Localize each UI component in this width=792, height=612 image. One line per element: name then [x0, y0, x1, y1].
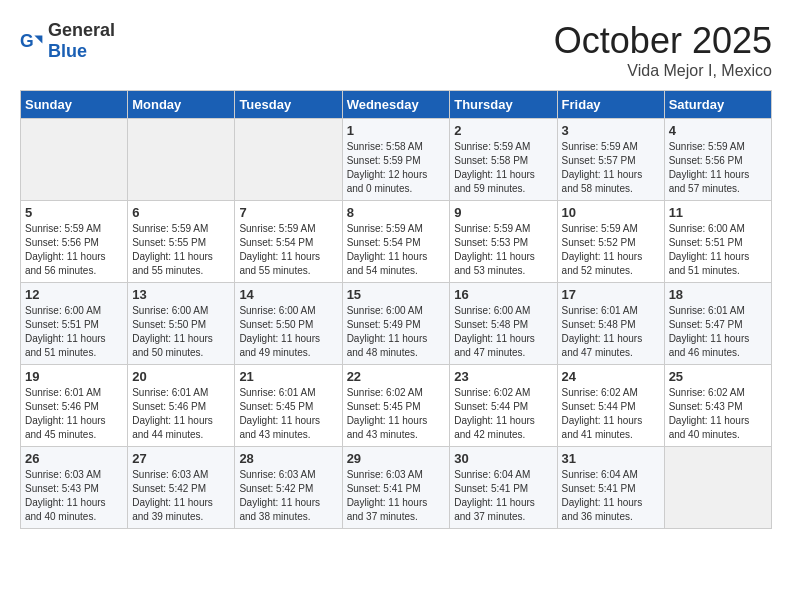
day-number: 19 [25, 369, 123, 384]
day-cell: 29Sunrise: 6:03 AMSunset: 5:41 PMDayligh… [342, 447, 450, 529]
week-row-1: 1Sunrise: 5:58 AMSunset: 5:59 PMDaylight… [21, 119, 772, 201]
day-number: 25 [669, 369, 767, 384]
day-cell: 15Sunrise: 6:00 AMSunset: 5:49 PMDayligh… [342, 283, 450, 365]
day-header-friday: Friday [557, 91, 664, 119]
day-cell: 11Sunrise: 6:00 AMSunset: 5:51 PMDayligh… [664, 201, 771, 283]
day-number: 23 [454, 369, 552, 384]
day-info: Sunrise: 6:01 AMSunset: 5:48 PMDaylight:… [562, 304, 660, 360]
day-info: Sunrise: 5:59 AMSunset: 5:57 PMDaylight:… [562, 140, 660, 196]
day-info: Sunrise: 6:03 AMSunset: 5:41 PMDaylight:… [347, 468, 446, 524]
day-cell: 8Sunrise: 5:59 AMSunset: 5:54 PMDaylight… [342, 201, 450, 283]
day-number: 24 [562, 369, 660, 384]
day-number: 17 [562, 287, 660, 302]
day-number: 9 [454, 205, 552, 220]
day-header-monday: Monday [128, 91, 235, 119]
day-cell: 30Sunrise: 6:04 AMSunset: 5:41 PMDayligh… [450, 447, 557, 529]
day-cell: 3Sunrise: 5:59 AMSunset: 5:57 PMDaylight… [557, 119, 664, 201]
day-cell: 31Sunrise: 6:04 AMSunset: 5:41 PMDayligh… [557, 447, 664, 529]
day-cell: 10Sunrise: 5:59 AMSunset: 5:52 PMDayligh… [557, 201, 664, 283]
day-number: 4 [669, 123, 767, 138]
month-title: October 2025 [554, 20, 772, 62]
day-number: 5 [25, 205, 123, 220]
day-cell: 20Sunrise: 6:01 AMSunset: 5:46 PMDayligh… [128, 365, 235, 447]
day-number: 18 [669, 287, 767, 302]
day-info: Sunrise: 6:03 AMSunset: 5:42 PMDaylight:… [239, 468, 337, 524]
day-number: 2 [454, 123, 552, 138]
day-info: Sunrise: 6:02 AMSunset: 5:44 PMDaylight:… [454, 386, 552, 442]
day-number: 16 [454, 287, 552, 302]
day-number: 20 [132, 369, 230, 384]
day-cell: 2Sunrise: 5:59 AMSunset: 5:58 PMDaylight… [450, 119, 557, 201]
day-cell: 23Sunrise: 6:02 AMSunset: 5:44 PMDayligh… [450, 365, 557, 447]
day-info: Sunrise: 5:58 AMSunset: 5:59 PMDaylight:… [347, 140, 446, 196]
day-cell [235, 119, 342, 201]
day-cell: 24Sunrise: 6:02 AMSunset: 5:44 PMDayligh… [557, 365, 664, 447]
day-number: 7 [239, 205, 337, 220]
day-cell: 12Sunrise: 6:00 AMSunset: 5:51 PMDayligh… [21, 283, 128, 365]
day-number: 29 [347, 451, 446, 466]
day-cell: 14Sunrise: 6:00 AMSunset: 5:50 PMDayligh… [235, 283, 342, 365]
day-number: 28 [239, 451, 337, 466]
day-cell [664, 447, 771, 529]
day-cell: 7Sunrise: 5:59 AMSunset: 5:54 PMDaylight… [235, 201, 342, 283]
day-cell: 16Sunrise: 6:00 AMSunset: 5:48 PMDayligh… [450, 283, 557, 365]
day-cell: 21Sunrise: 6:01 AMSunset: 5:45 PMDayligh… [235, 365, 342, 447]
page-header: G General Blue October 2025 Vida Mejor I… [20, 20, 772, 80]
calendar-table: SundayMondayTuesdayWednesdayThursdayFrid… [20, 90, 772, 529]
day-number: 14 [239, 287, 337, 302]
day-info: Sunrise: 6:00 AMSunset: 5:50 PMDaylight:… [132, 304, 230, 360]
day-number: 8 [347, 205, 446, 220]
week-row-4: 19Sunrise: 6:01 AMSunset: 5:46 PMDayligh… [21, 365, 772, 447]
day-info: Sunrise: 6:00 AMSunset: 5:49 PMDaylight:… [347, 304, 446, 360]
day-info: Sunrise: 6:02 AMSunset: 5:45 PMDaylight:… [347, 386, 446, 442]
day-number: 3 [562, 123, 660, 138]
day-cell: 5Sunrise: 5:59 AMSunset: 5:56 PMDaylight… [21, 201, 128, 283]
day-info: Sunrise: 6:01 AMSunset: 5:46 PMDaylight:… [132, 386, 230, 442]
day-number: 30 [454, 451, 552, 466]
day-cell: 26Sunrise: 6:03 AMSunset: 5:43 PMDayligh… [21, 447, 128, 529]
week-row-2: 5Sunrise: 5:59 AMSunset: 5:56 PMDaylight… [21, 201, 772, 283]
day-info: Sunrise: 6:00 AMSunset: 5:48 PMDaylight:… [454, 304, 552, 360]
day-cell [21, 119, 128, 201]
day-header-thursday: Thursday [450, 91, 557, 119]
day-header-wednesday: Wednesday [342, 91, 450, 119]
day-cell: 17Sunrise: 6:01 AMSunset: 5:48 PMDayligh… [557, 283, 664, 365]
day-info: Sunrise: 6:02 AMSunset: 5:44 PMDaylight:… [562, 386, 660, 442]
day-cell: 27Sunrise: 6:03 AMSunset: 5:42 PMDayligh… [128, 447, 235, 529]
day-number: 21 [239, 369, 337, 384]
day-info: Sunrise: 6:00 AMSunset: 5:50 PMDaylight:… [239, 304, 337, 360]
day-cell: 19Sunrise: 6:01 AMSunset: 5:46 PMDayligh… [21, 365, 128, 447]
day-number: 13 [132, 287, 230, 302]
day-info: Sunrise: 6:04 AMSunset: 5:41 PMDaylight:… [562, 468, 660, 524]
day-info: Sunrise: 6:03 AMSunset: 5:42 PMDaylight:… [132, 468, 230, 524]
day-number: 11 [669, 205, 767, 220]
day-number: 26 [25, 451, 123, 466]
day-header-sunday: Sunday [21, 91, 128, 119]
svg-text:G: G [20, 31, 34, 51]
day-info: Sunrise: 5:59 AMSunset: 5:54 PMDaylight:… [239, 222, 337, 278]
logo-blue-text: Blue [48, 41, 87, 61]
day-info: Sunrise: 6:01 AMSunset: 5:47 PMDaylight:… [669, 304, 767, 360]
day-info: Sunrise: 5:59 AMSunset: 5:54 PMDaylight:… [347, 222, 446, 278]
day-cell: 25Sunrise: 6:02 AMSunset: 5:43 PMDayligh… [664, 365, 771, 447]
day-number: 15 [347, 287, 446, 302]
day-info: Sunrise: 6:04 AMSunset: 5:41 PMDaylight:… [454, 468, 552, 524]
logo: G General Blue [20, 20, 115, 62]
day-number: 31 [562, 451, 660, 466]
day-info: Sunrise: 5:59 AMSunset: 5:55 PMDaylight:… [132, 222, 230, 278]
day-cell: 1Sunrise: 5:58 AMSunset: 5:59 PMDaylight… [342, 119, 450, 201]
day-info: Sunrise: 5:59 AMSunset: 5:52 PMDaylight:… [562, 222, 660, 278]
day-info: Sunrise: 6:00 AMSunset: 5:51 PMDaylight:… [669, 222, 767, 278]
day-number: 22 [347, 369, 446, 384]
day-info: Sunrise: 6:02 AMSunset: 5:43 PMDaylight:… [669, 386, 767, 442]
svg-marker-1 [34, 35, 42, 43]
day-info: Sunrise: 5:59 AMSunset: 5:56 PMDaylight:… [669, 140, 767, 196]
day-info: Sunrise: 6:01 AMSunset: 5:46 PMDaylight:… [25, 386, 123, 442]
day-info: Sunrise: 6:00 AMSunset: 5:51 PMDaylight:… [25, 304, 123, 360]
calendar-body: 1Sunrise: 5:58 AMSunset: 5:59 PMDaylight… [21, 119, 772, 529]
week-row-5: 26Sunrise: 6:03 AMSunset: 5:43 PMDayligh… [21, 447, 772, 529]
day-info: Sunrise: 5:59 AMSunset: 5:56 PMDaylight:… [25, 222, 123, 278]
day-header-saturday: Saturday [664, 91, 771, 119]
day-info: Sunrise: 6:03 AMSunset: 5:43 PMDaylight:… [25, 468, 123, 524]
header-row: SundayMondayTuesdayWednesdayThursdayFrid… [21, 91, 772, 119]
